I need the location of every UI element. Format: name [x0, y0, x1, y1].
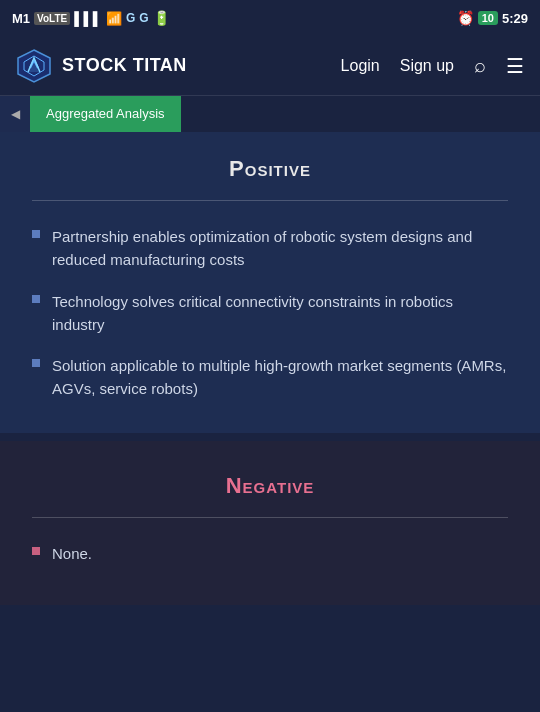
positive-title: Positive [32, 156, 508, 182]
negative-title: Negative [32, 473, 508, 499]
list-item: None. [32, 542, 508, 565]
negative-bullet-list: None. [32, 542, 508, 565]
list-item: Technology solves critical connectivity … [32, 290, 508, 337]
negative-divider [32, 517, 508, 518]
status-bar: M1 VoLTE ▌▌▌ 📶 G G 🔋 ⏰ 10 5:29 [0, 0, 540, 36]
signal-icon: ▌▌▌ [74, 11, 102, 26]
battery-icon: 10 [478, 11, 498, 25]
positive-bullet-list: Partnership enables optimization of robo… [32, 225, 508, 401]
bullet-icon [32, 230, 40, 238]
carrier-name: M1 [12, 11, 30, 26]
login-link[interactable]: Login [341, 57, 380, 75]
nav-links: Login Sign up ⌕ ☰ [341, 54, 524, 78]
bullet-icon [32, 547, 40, 555]
positive-section: Positive Partnership enables optimizatio… [0, 132, 540, 433]
list-item: Partnership enables optimization of robo… [32, 225, 508, 272]
navbar: STOCK TITAN Login Sign up ⌕ ☰ [0, 36, 540, 96]
logo-icon [16, 48, 52, 84]
status-left: M1 VoLTE ▌▌▌ 📶 G G 🔋 [12, 10, 170, 26]
tab-back-button[interactable]: ◀ [0, 96, 30, 132]
carrier-type: VoLTE [34, 12, 70, 25]
bullet-text: Technology solves critical connectivity … [52, 290, 508, 337]
bullet-text: None. [52, 542, 92, 565]
g-icon-1: G [126, 11, 135, 25]
list-item: Solution applicable to multiple high-gro… [32, 354, 508, 401]
wifi-icon: 📶 [106, 11, 122, 26]
negative-section: Negative None. [0, 441, 540, 605]
search-icon[interactable]: ⌕ [474, 54, 486, 77]
signup-link[interactable]: Sign up [400, 57, 454, 75]
tab-bar: ◀ Aggregated Analysis [0, 96, 540, 132]
main-content: Positive Partnership enables optimizatio… [0, 132, 540, 712]
menu-icon[interactable]: ☰ [506, 54, 524, 78]
bullet-icon [32, 295, 40, 303]
bullet-text: Partnership enables optimization of robo… [52, 225, 508, 272]
logo-text: STOCK TITAN [62, 55, 187, 76]
current-time: 5:29 [502, 11, 528, 26]
battery-indicator: 🔋 [153, 10, 170, 26]
logo-area: STOCK TITAN [16, 48, 325, 84]
tab-aggregated-analysis[interactable]: Aggregated Analysis [30, 96, 181, 132]
positive-divider [32, 200, 508, 201]
status-right: ⏰ 10 5:29 [457, 10, 528, 26]
bullet-text: Solution applicable to multiple high-gro… [52, 354, 508, 401]
bullet-icon [32, 359, 40, 367]
alarm-icon: ⏰ [457, 10, 474, 26]
g-icon-2: G [139, 11, 148, 25]
